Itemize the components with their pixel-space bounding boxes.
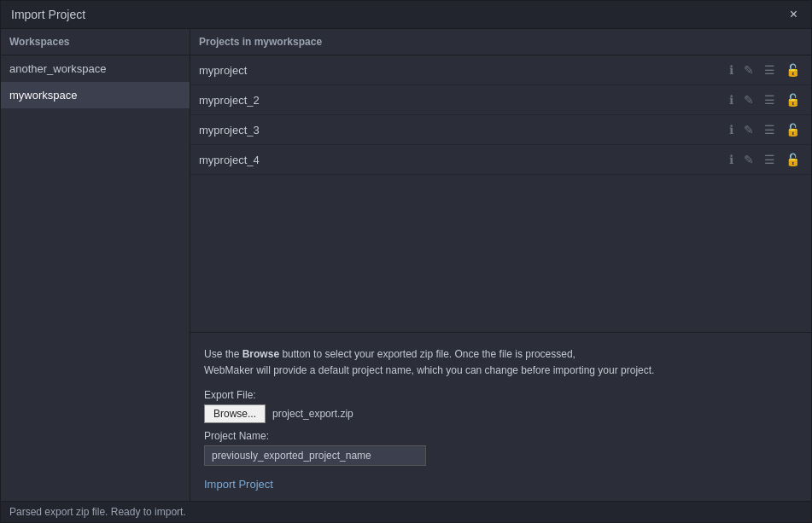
project-actions: ℹ ✎ ☰ 🔓 [727,121,803,138]
main-panel: Projects in myworkspace myproject ℹ ✎ ☰ … [190,29,811,501]
import-description: Use the Browse button to select your exp… [204,346,797,379]
dialog-title: Import Project [11,8,85,21]
export-icon[interactable]: 🔓 [783,151,803,168]
export-icon[interactable]: 🔓 [783,91,803,108]
info-icon[interactable]: ℹ [727,121,736,138]
info-icon[interactable]: ℹ [727,151,736,168]
project-name: myproject [199,64,727,77]
edit-icon[interactable]: ✎ [741,91,757,108]
project-name: myproject_2 [199,94,727,107]
table-row[interactable]: myproject_4 ℹ ✎ ☰ 🔓 [190,145,811,175]
project-name: myproject_3 [199,124,727,137]
edit-icon[interactable]: ✎ [741,151,757,168]
export-icon[interactable]: 🔓 [783,61,803,78]
status-message: Parsed export zip file. Ready to import. [9,506,186,518]
projects-section: Projects in myworkspace myproject ℹ ✎ ☰ … [190,29,811,333]
info-icon[interactable]: ℹ [727,61,736,78]
list-icon[interactable]: ☰ [762,151,778,168]
projects-header: Projects in myworkspace [190,29,811,55]
browse-button[interactable]: Browse... [204,404,266,423]
table-row[interactable]: myproject_2 ℹ ✎ ☰ 🔓 [190,85,811,115]
sidebar-item-myworkspace[interactable]: myworkspace [1,82,190,108]
import-project-dialog: Import Project × Workspaces another_work… [0,0,812,523]
import-project-button[interactable]: Import Project [204,478,273,491]
table-row[interactable]: myproject_3 ℹ ✎ ☰ 🔓 [190,115,811,145]
list-icon[interactable]: ☰ [762,121,778,138]
project-actions: ℹ ✎ ☰ 🔓 [727,151,803,168]
project-name: myproject_4 [199,154,727,166]
list-icon[interactable]: ☰ [762,61,778,78]
info-icon[interactable]: ℹ [727,91,736,108]
project-name-input[interactable] [204,445,426,466]
edit-icon[interactable]: ✎ [741,61,757,78]
import-section: Use the Browse button to select your exp… [190,333,811,501]
workspaces-sidebar: Workspaces another_workspace myworkspace [1,29,190,501]
workspaces-header: Workspaces [1,29,190,55]
export-file-label: Export File: [204,389,797,401]
project-actions: ℹ ✎ ☰ 🔓 [727,91,803,108]
edit-icon[interactable]: ✎ [741,121,757,138]
sidebar-item-another-workspace[interactable]: another_workspace [1,55,190,82]
dialog-body: Workspaces another_workspace myworkspace… [1,29,811,501]
project-actions: ℹ ✎ ☰ 🔓 [727,61,803,78]
project-name-label: Project Name: [204,430,797,442]
status-bar: Parsed export zip file. Ready to import. [1,501,811,522]
browse-word: Browse [242,348,279,360]
list-icon[interactable]: ☰ [762,91,778,108]
file-name-display: project_export.zip [272,408,353,420]
title-bar: Import Project × [1,1,811,29]
close-button[interactable]: × [786,8,801,21]
table-row[interactable]: myproject ℹ ✎ ☰ 🔓 [190,55,811,85]
export-file-row: Browse... project_export.zip [204,404,797,423]
export-icon[interactable]: 🔓 [783,121,803,138]
